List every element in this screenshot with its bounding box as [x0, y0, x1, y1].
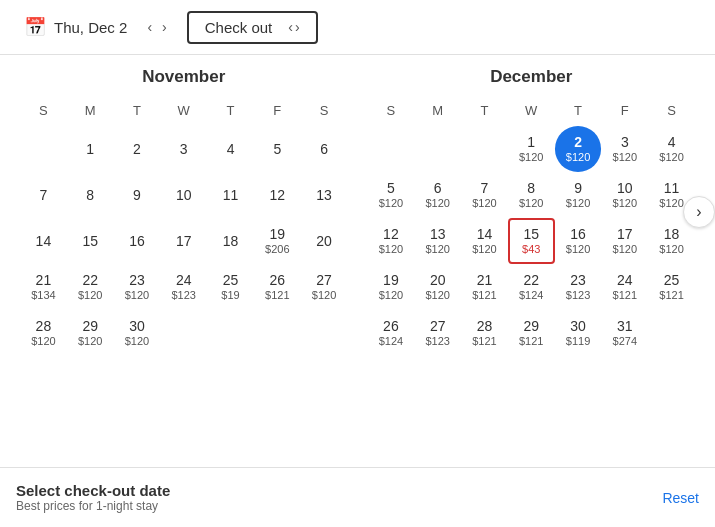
nov-day-16[interactable]: 16 [114, 218, 161, 264]
dec-day-23[interactable]: 23$123 [555, 264, 602, 310]
dec-day-26[interactable]: 26$124 [368, 310, 415, 356]
dec-day-13[interactable]: 13$120 [414, 218, 461, 264]
dec-day-10[interactable]: 10$120 [601, 172, 648, 218]
dec-day-price-28: $121 [472, 335, 496, 348]
nov-day-27[interactable]: 27$120 [301, 264, 348, 310]
dec-day-num-21: 21 [477, 272, 493, 289]
nov-day-25[interactable]: 25$19 [207, 264, 254, 310]
nov-day-15[interactable]: 15 [67, 218, 114, 264]
nov-day-21[interactable]: 21$134 [20, 264, 67, 310]
nov-day-9[interactable]: 9 [114, 172, 161, 218]
reset-button[interactable]: Reset [662, 490, 699, 506]
nov-day-num-1: 1 [86, 141, 94, 158]
dec-day-6[interactable]: 6$120 [414, 172, 461, 218]
dec-day-price-20: $120 [425, 289, 449, 302]
nov-day-price-28: $120 [31, 335, 55, 348]
dec-day-22[interactable]: 22$124 [508, 264, 555, 310]
dec-day-4[interactable]: 4$120 [648, 126, 695, 172]
next-month-button[interactable]: › [683, 196, 715, 228]
nov-day-num-11: 11 [223, 187, 239, 204]
dec-day-18[interactable]: 18$120 [648, 218, 695, 264]
nov-day-18[interactable]: 18 [207, 218, 254, 264]
nov-day-price-22: $120 [78, 289, 102, 302]
nov-day-num-26: 26 [270, 272, 286, 289]
december-day-headers: S M T W T F S [368, 99, 696, 122]
footer: Select check-out date Best prices for 1-… [0, 467, 715, 527]
nov-day-num-29: 29 [82, 318, 98, 335]
nov-day-10[interactable]: 10 [160, 172, 207, 218]
dec-day-2[interactable]: 2$120 [555, 126, 602, 172]
dec-day-21[interactable]: 21$121 [461, 264, 508, 310]
dec-day-12[interactable]: 12$120 [368, 218, 415, 264]
nov-day-22[interactable]: 22$120 [67, 264, 114, 310]
dec-day-25[interactable]: 25$121 [648, 264, 695, 310]
nov-day-23[interactable]: 23$120 [114, 264, 161, 310]
nov-day-26[interactable]: 26$121 [254, 264, 301, 310]
nov-day-2[interactable]: 2 [114, 126, 161, 172]
dec-day-17[interactable]: 17$120 [601, 218, 648, 264]
checkin-next-arrow[interactable]: › [158, 17, 171, 37]
nov-day-num-3: 3 [180, 141, 188, 158]
dec-day-num-5: 5 [387, 180, 395, 197]
nov-day-19[interactable]: 19$206 [254, 218, 301, 264]
dec-day-3[interactable]: 3$120 [601, 126, 648, 172]
nov-day-3[interactable]: 3 [160, 126, 207, 172]
nov-day-num-21: 21 [36, 272, 52, 289]
dec-day-price-19: $120 [379, 289, 403, 302]
dec-empty-cell [461, 126, 508, 172]
nov-day-num-18: 18 [223, 233, 239, 250]
dec-day-29[interactable]: 29$121 [508, 310, 555, 356]
dec-day-num-19: 19 [383, 272, 399, 289]
nov-day-price-27: $120 [312, 289, 336, 302]
dec-day-num-6: 6 [434, 180, 442, 197]
checkin-prev-arrow[interactable]: ‹ [143, 17, 156, 37]
nov-day-num-14: 14 [36, 233, 52, 250]
dec-day-16[interactable]: 16$120 [555, 218, 602, 264]
nov-day-num-8: 8 [86, 187, 94, 204]
dec-day-19[interactable]: 19$120 [368, 264, 415, 310]
nov-day-4[interactable]: 4 [207, 126, 254, 172]
nov-day-14[interactable]: 14 [20, 218, 67, 264]
nov-day-24[interactable]: 24$123 [160, 264, 207, 310]
dec-day-7[interactable]: 7$120 [461, 172, 508, 218]
dec-header-t1: T [461, 99, 508, 122]
nov-day-20[interactable]: 20 [301, 218, 348, 264]
dec-day-num-28: 28 [477, 318, 493, 335]
nov-day-7[interactable]: 7 [20, 172, 67, 218]
dec-day-14[interactable]: 14$120 [461, 218, 508, 264]
nov-day-5[interactable]: 5 [254, 126, 301, 172]
dec-day-num-26: 26 [383, 318, 399, 335]
dec-day-num-10: 10 [617, 180, 633, 197]
dec-day-30[interactable]: 30$119 [555, 310, 602, 356]
dec-empty-cell [414, 126, 461, 172]
dec-day-9[interactable]: 9$120 [555, 172, 602, 218]
dec-day-28[interactable]: 28$121 [461, 310, 508, 356]
dec-day-8[interactable]: 8$120 [508, 172, 555, 218]
nov-day-13[interactable]: 13 [301, 172, 348, 218]
nov-day-12[interactable]: 12 [254, 172, 301, 218]
checkout-button[interactable]: Check out ‹ › [187, 11, 318, 44]
dec-day-1[interactable]: 1$120 [508, 126, 555, 172]
dec-day-20[interactable]: 20$120 [414, 264, 461, 310]
nov-day-6[interactable]: 6 [301, 126, 348, 172]
nov-day-8[interactable]: 8 [67, 172, 114, 218]
dec-day-31[interactable]: 31$274 [601, 310, 648, 356]
nov-day-29[interactable]: 29$120 [67, 310, 114, 356]
dec-day-num-25: 25 [664, 272, 680, 289]
dec-header-t2: T [555, 99, 602, 122]
dec-day-24[interactable]: 24$121 [601, 264, 648, 310]
dec-day-5[interactable]: 5$120 [368, 172, 415, 218]
nov-day-17[interactable]: 17 [160, 218, 207, 264]
dec-day-num-24: 24 [617, 272, 633, 289]
dec-day-27[interactable]: 27$123 [414, 310, 461, 356]
dec-day-15[interactable]: 15$43 [508, 218, 555, 264]
checkin-button[interactable]: 📅 Thu, Dec 2 [16, 10, 135, 44]
dec-day-num-18: 18 [664, 226, 680, 243]
nov-day-28[interactable]: 28$120 [20, 310, 67, 356]
nov-day-11[interactable]: 11 [207, 172, 254, 218]
dec-day-num-9: 9 [574, 180, 582, 197]
dec-day-num-7: 7 [481, 180, 489, 197]
date-picker-header: 📅 Thu, Dec 2 ‹ › Check out ‹ › [0, 0, 715, 55]
nov-day-30[interactable]: 30$120 [114, 310, 161, 356]
nov-day-1[interactable]: 1 [67, 126, 114, 172]
